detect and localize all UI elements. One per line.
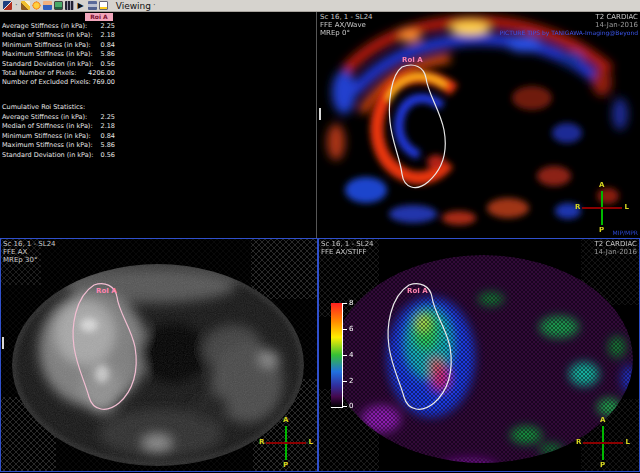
stiffness-map-viewport[interactable]: Sc 16, 1 - SL24 FFE AX/STIFF T2 CARDIAC … <box>318 238 640 472</box>
roi-statistics-panel: Roi A Average Stiffness (in kPa):2.25 Me… <box>0 12 317 238</box>
compass-horizontal-axis <box>266 442 306 444</box>
stat-label: Average Stiffness (in kPa): <box>2 113 87 121</box>
colorbar-tick <box>343 303 347 304</box>
orientation-compass: A P R L <box>259 417 313 469</box>
scan-annotation: Sc 16, 1 - SL24 <box>320 13 373 21</box>
stat-value: 0.56 <box>101 60 115 68</box>
colorbar-tick <box>343 406 347 407</box>
roi-label[interactable]: RoI A <box>402 56 423 64</box>
stat-value: 769.00 <box>92 78 115 86</box>
stat-value: 2.18 <box>101 31 115 39</box>
orientation-anterior: A <box>599 182 604 189</box>
orientation-compass: A P R L <box>576 417 630 469</box>
magnitude-image-viewport[interactable]: Sc 16, 1 - SL24 FFE AX MREp 30° RoI A A … <box>0 238 318 472</box>
report-icon[interactable] <box>99 1 108 10</box>
table-row: Median of Stiffness (in kPa):2.18 <box>2 121 115 130</box>
orientation-right: R <box>575 204 580 211</box>
stat-label: Minimum Stiffness (in kPa): <box>2 41 91 49</box>
cumulative-stats-table: Average Stiffness (in kPa):2.25 Median o… <box>2 112 115 159</box>
viewing-dropdown-icon[interactable]: · <box>153 1 156 11</box>
stat-label: Median of Stiffness (in kPa): <box>2 31 93 39</box>
table-row: Minimum Stiffness (in kPa):0.84 <box>2 40 115 49</box>
stat-value: 0.56 <box>101 151 115 159</box>
orientation-compass: A P R L <box>575 182 629 234</box>
compass-horizontal-axis <box>582 207 622 209</box>
sequence-annotation: FFE AX/Wave <box>320 21 366 29</box>
play-icon[interactable]: ▶ <box>78 1 84 11</box>
phase-annotation: MREp 0° <box>320 29 350 37</box>
layout-icon[interactable] <box>3 1 12 10</box>
table-row: Maximum Stiffness (in kPa):5.86 <box>2 140 115 149</box>
table-row: Average Stiffness (in kPa):2.25 <box>2 112 115 121</box>
colorbar-tick <box>343 381 347 382</box>
wave-image-viewport[interactable]: Sc 16, 1 - SL24 FFE AX/Wave MREp 0° T2 C… <box>318 12 640 238</box>
colorbar-label: 8 <box>349 299 353 307</box>
stat-label: Standard Deviation (in kPa): <box>2 151 93 159</box>
mr-workstation-window: · ▶ Viewing · Roi A Average Stiffness (i… <box>0 0 640 473</box>
orientation-posterior: P <box>283 462 288 469</box>
orientation-posterior: P <box>599 227 604 234</box>
roi-column-header[interactable]: Roi A <box>85 13 113 21</box>
compass-horizontal-axis <box>583 442 623 444</box>
colorbar-tick <box>343 329 347 330</box>
study-date: 14-Jan-2016 <box>595 21 638 29</box>
colorbar-label: 0 <box>349 402 353 410</box>
scan-annotation: Sc 16, 1 - SL24 <box>3 240 56 248</box>
orientation-left: L <box>625 204 629 211</box>
table-row: Number of Excluded Pixels:769.00 <box>2 77 115 86</box>
table-row: Standard Deviation (in kPa):0.56 <box>2 59 115 68</box>
window-level-icon[interactable] <box>32 1 41 10</box>
table-row: Average Stiffness (in kPa):2.25 <box>2 21 115 30</box>
save-icon[interactable] <box>88 1 97 10</box>
stat-label: Minimum Stiffness (in kPa): <box>2 132 91 140</box>
colorbar-tick <box>343 355 347 356</box>
toolbar: · ▶ Viewing · <box>0 0 640 12</box>
study-date: 14-Jan-2016 <box>594 248 637 256</box>
stat-value: 0.84 <box>101 132 115 140</box>
roi-label[interactable]: RoI A <box>96 287 117 295</box>
brush-icon[interactable] <box>21 1 30 10</box>
stiffness-colorbar <box>331 303 343 408</box>
stat-value: 0.84 <box>101 41 115 49</box>
left-orientation-mark <box>2 337 4 349</box>
stat-value: 2.25 <box>101 113 115 121</box>
stat-label: Number of Excluded Pixels: <box>2 78 91 86</box>
stat-label: Average Stiffness (in kPa): <box>2 22 87 30</box>
colorbar-label: 4 <box>349 351 353 359</box>
table-row: Maximum Stiffness (in kPa):5.86 <box>2 49 115 58</box>
stat-value: 5.86 <box>101 50 115 58</box>
colorbar-label: 2 <box>349 377 353 385</box>
table-row: Standard Deviation (in kPa):0.56 <box>2 150 115 159</box>
watermark-text: PICTURE TIPS by TANIGAWA-Imaging@Beyond <box>500 29 638 36</box>
table-row: Median of Stiffness (in kPa):2.18 <box>2 30 115 39</box>
scan-annotation: Sc 16, 1 - SL24 <box>321 240 374 248</box>
stat-label: Standard Deviation (in kPa): <box>2 60 93 68</box>
orientation-anterior: A <box>283 417 288 424</box>
table-row: Total Number of Pixels:4206.00 <box>2 68 115 77</box>
stat-value: 2.25 <box>101 22 115 30</box>
film-icon[interactable] <box>65 1 74 10</box>
viewing-mode-label[interactable]: Viewing <box>116 0 151 12</box>
orientation-posterior: P <box>600 462 605 469</box>
orientation-right: R <box>576 439 581 446</box>
stat-value: 4206.00 <box>88 69 115 77</box>
study-label: T2 CARDIAC <box>594 240 637 248</box>
study-label: T2 CARDIAC <box>595 13 638 21</box>
stat-value: 5.86 <box>101 141 115 149</box>
screen-icon[interactable] <box>54 1 63 10</box>
sequence-annotation: FFE AX/STIFF <box>321 248 366 256</box>
orientation-right: R <box>259 439 264 446</box>
table-row: Minimum Stiffness (in kPa):0.84 <box>2 131 115 140</box>
orientation-anterior: A <box>600 417 605 424</box>
sequence-annotation: FFE AX <box>3 248 27 256</box>
stat-label: Total Number of Pixels: <box>2 69 76 77</box>
patient-icon[interactable] <box>43 1 52 10</box>
orientation-left: L <box>626 439 630 446</box>
toolbar-separator: · <box>15 1 18 11</box>
phase-annotation: MREp 30° <box>3 256 37 264</box>
roi-label[interactable]: RoI A <box>407 287 428 295</box>
stat-label: Maximum Stiffness (in kPa): <box>2 50 93 58</box>
cumulative-stats-header: Cumulative Roi Statistics: <box>2 103 85 111</box>
colorbar-label: 6 <box>349 325 353 333</box>
orientation-left: L <box>309 439 313 446</box>
